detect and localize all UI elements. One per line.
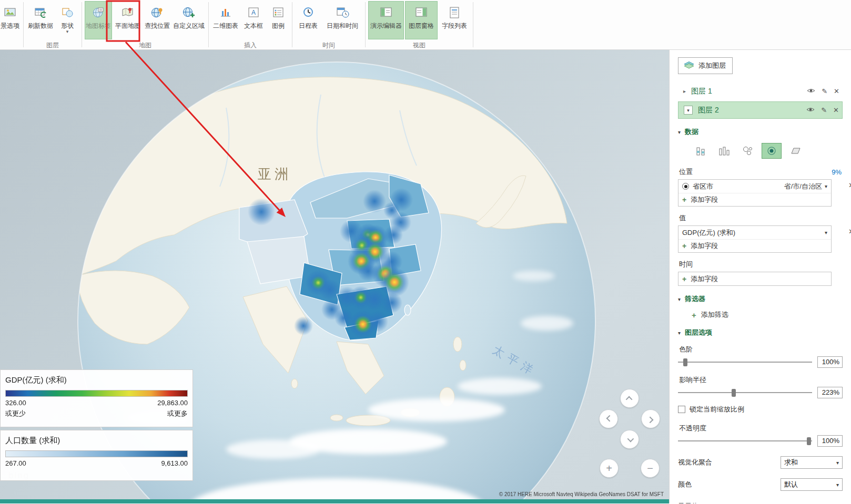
value-field-name: GDP(亿元) (求和) <box>682 228 735 238</box>
shapes-dropdown-caret[interactable]: ▾ <box>66 29 69 34</box>
heat-point <box>380 268 409 297</box>
timeline-icon <box>301 5 315 20</box>
map-labels-button[interactable]: 地图标签 <box>85 1 112 39</box>
rename-icon[interactable]: ✎ <box>821 107 827 114</box>
opacity-slider[interactable] <box>678 436 812 446</box>
dropdown-caret-icon[interactable]: ▾ <box>825 230 827 235</box>
collapse-caret-icon[interactable]: ▾ <box>678 129 681 135</box>
color-dropdown[interactable]: 默认 ▾ <box>781 478 843 491</box>
add-filter-row[interactable]: + 添加筛选 <box>692 310 843 320</box>
date-time-label: 日期和时间 <box>327 23 358 29</box>
2d-chart-button[interactable]: 二维图表 <box>211 1 240 39</box>
pan-left-button[interactable] <box>599 409 618 428</box>
influence-radius-slider[interactable] <box>678 387 812 398</box>
aggregation-value: 求和 <box>784 458 798 467</box>
pan-down-button[interactable] <box>620 430 639 449</box>
location-add-field[interactable]: + 添加字段 <box>678 193 831 206</box>
tour-editor-button[interactable]: 演示编辑器 <box>368 1 404 39</box>
layer-options-section-header[interactable]: ▾ 图层选项 <box>678 328 843 337</box>
group-label-view: 视图 <box>368 40 471 49</box>
data-section-header[interactable]: ▾ 数据 <box>678 127 843 137</box>
legend-gdp-min-note: 或更少 <box>5 409 26 418</box>
viz-heatmap-button[interactable] <box>762 143 782 159</box>
location-field-row[interactable]: 省区市 省/市/自治区 ▾ <box>678 180 831 193</box>
timeline-button[interactable]: 日程表 <box>295 1 321 39</box>
add-field-label: 添加字段 <box>691 274 718 284</box>
refresh-data-button[interactable]: 刷新数据 <box>26 1 55 39</box>
dropdown-caret-icon[interactable]: ▾ <box>825 183 827 189</box>
delete-layer-icon[interactable]: ✕ <box>834 88 839 95</box>
influence-radius-value[interactable]: 223% <box>817 387 843 398</box>
opacity-value[interactable]: 100% <box>817 435 843 447</box>
aggregation-dropdown[interactable]: 求和 ▾ <box>781 456 843 469</box>
filters-section-header[interactable]: ▾ 筛选器 <box>678 294 843 304</box>
viz-clustered-column-button[interactable] <box>714 143 734 159</box>
field-list-button[interactable]: 字段列表 <box>439 1 470 39</box>
custom-regions-button[interactable]: 自定义区域 <box>172 1 206 39</box>
radio-icon[interactable] <box>682 183 689 190</box>
field-list-icon <box>448 5 461 20</box>
layer-pane-button[interactable]: 图层窗格 <box>405 1 438 39</box>
heat-point <box>248 198 275 225</box>
influence-radius-label: 影响半径 <box>679 375 842 385</box>
zoom-in-button[interactable]: + <box>600 459 619 478</box>
ribbon-separator <box>473 2 473 47</box>
scene-options-button[interactable]: 景选项 <box>0 1 21 39</box>
legend-population-gradient-bar <box>5 450 188 457</box>
value-add-field[interactable]: + 添加字段 <box>678 239 831 252</box>
legend-button[interactable]: 图例 <box>267 1 289 39</box>
remove-location-field-icon[interactable]: ✕ <box>848 181 851 189</box>
layer-1-name[interactable]: 图层 1 <box>691 87 807 96</box>
lock-zoom-row[interactable]: 锁定当前缩放比例 <box>678 405 843 414</box>
find-location-button[interactable]: 查找位置 <box>144 1 171 39</box>
remove-value-field-icon[interactable]: ✕ <box>848 228 851 235</box>
legend-population-min: 267.00 <box>5 459 26 467</box>
flat-map-button[interactable]: 平面地图 <box>113 1 143 39</box>
visibility-icon[interactable] <box>806 107 815 114</box>
viz-stacked-column-button[interactable] <box>691 143 711 159</box>
collapse-caret-icon[interactable]: ▾ <box>678 330 681 336</box>
geocoding-percent-link[interactable]: 9% <box>832 168 842 176</box>
pan-right-button[interactable] <box>641 409 660 428</box>
lock-zoom-checkbox[interactable] <box>678 406 685 413</box>
color-scale-slider[interactable] <box>678 357 812 367</box>
text-box-button[interactable]: A 文本框 <box>241 1 266 39</box>
group-label-map: 地图 <box>84 40 206 49</box>
pan-up-button[interactable] <box>620 389 639 408</box>
time-add-field[interactable]: + 添加字段 <box>678 272 831 285</box>
add-layer-icon <box>683 60 695 71</box>
layer-row-2[interactable]: ▾ 图层 2 ✎ ✕ <box>678 101 843 119</box>
legend-gdp-max-note: 或更多 <box>167 409 188 418</box>
color-scale-value[interactable]: 100% <box>817 356 843 368</box>
dropdown-caret-icon: ▾ <box>836 460 839 466</box>
layer-row-1[interactable]: ▸ 图层 1 ✎ ✕ <box>678 83 843 100</box>
expand-icon[interactable]: ▸ <box>683 88 686 94</box>
ribbon-group-scene: 景选项 <box>0 0 23 49</box>
show-value-label: 显示值 <box>678 501 843 503</box>
location-field-type[interactable]: 省/市/自治区 <box>784 182 822 191</box>
map-canvas[interactable]: 亚洲 太平洋 GDP(亿元) (求和) 326.00 29,863.00 或更少… <box>0 50 669 503</box>
date-time-button[interactable]: 日期和时间 <box>322 1 362 39</box>
zoom-out-button[interactable]: − <box>641 459 660 478</box>
shapes-button[interactable]: 形状 ▾ <box>56 1 79 39</box>
value-field-row[interactable]: GDP(亿元) (求和) ▾ <box>678 226 831 239</box>
collapse-caret-icon[interactable]: ▾ <box>678 296 681 302</box>
legend-gdp-title: GDP(亿元) (求和) <box>5 375 188 385</box>
collapse-icon[interactable]: ▾ <box>684 106 693 115</box>
find-location-label: 查找位置 <box>145 23 170 29</box>
viz-region-button[interactable] <box>785 143 805 159</box>
layer-2-name[interactable]: 图层 2 <box>698 106 806 115</box>
2d-chart-label: 二维图表 <box>213 23 238 29</box>
visibility-icon[interactable] <box>807 88 815 95</box>
add-layer-button[interactable]: 添加图层 <box>678 57 733 74</box>
legend-icon <box>271 5 285 20</box>
timeline-label: 日程表 <box>299 23 318 29</box>
add-layer-label: 添加图层 <box>698 61 726 70</box>
chevron-up-icon <box>625 396 632 403</box>
location-field-box: 省区市 省/市/自治区 ▾ + 添加字段 <box>678 179 832 207</box>
ribbon-group-time: 日程表 日期和时间 时间 <box>292 0 365 49</box>
delete-layer-icon[interactable]: ✕ <box>833 107 839 114</box>
find-location-icon <box>150 5 164 20</box>
rename-icon[interactable]: ✎ <box>822 88 827 95</box>
viz-bubble-button[interactable] <box>738 143 758 159</box>
